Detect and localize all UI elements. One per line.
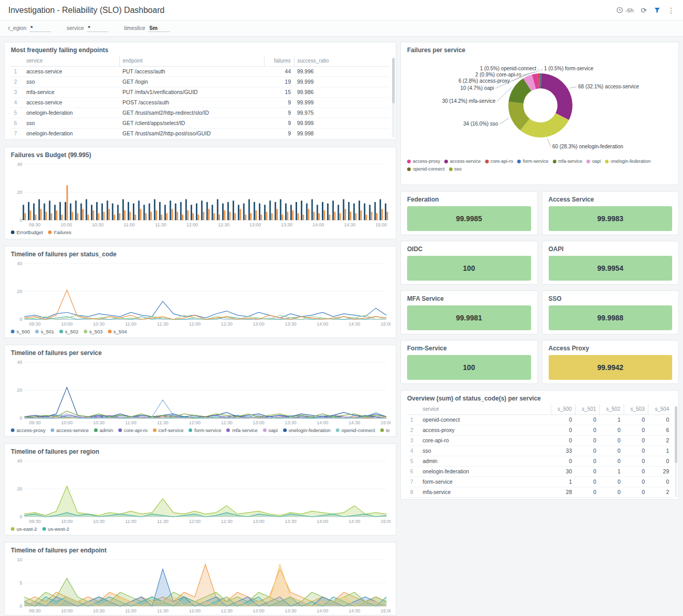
cell: 99.986 — [294, 87, 390, 97]
filter-service-input[interactable]: * — [87, 25, 108, 32]
table-row[interactable]: 3mfa-servicePUT /mfa/v1/verifications/GU… — [11, 87, 390, 97]
svg-text:14:00: 14:00 — [313, 222, 324, 227]
legend-item-form-service[interactable]: form-service — [189, 427, 221, 433]
legend-item-us-east-2[interactable]: us-east-2 — [11, 526, 37, 532]
table-row[interactable]: 4access-servicePOST /access/auth999.999 — [11, 97, 390, 107]
scrollbar[interactable] — [675, 406, 677, 497]
series-line-us-east-2 — [24, 486, 386, 516]
table-row[interactable]: 7form-service10000 — [407, 476, 672, 487]
legend-item-access-proxy[interactable]: access-proxy — [11, 427, 45, 433]
scrollbar-thumb[interactable] — [392, 58, 395, 103]
page-title: Investigation - Reliability (SLO) Dashbo… — [8, 6, 164, 15]
legend-item-openid-connect[interactable]: openid-connect — [407, 166, 445, 172]
legend-item-Failures[interactable]: Failures — [48, 229, 71, 235]
table-row[interactable]: 8mfa-service280002 — [407, 487, 672, 497]
legend-item-admin[interactable]: admin — [94, 427, 113, 433]
legend-item-us-west-2[interactable]: us-west-2 — [42, 526, 69, 532]
legend-item-access-service[interactable]: access-service — [444, 159, 481, 164]
table-row[interactable]: 4sso330001 — [407, 445, 672, 456]
svg-text:09:30: 09:30 — [29, 321, 41, 327]
scrollbar-thumb[interactable] — [675, 406, 677, 463]
refresh-button[interactable]: ⟳ — [641, 7, 647, 14]
legend-item-oapi[interactable]: oapi — [586, 159, 601, 164]
legend-item-openid-connect[interactable]: openid-connect — [336, 427, 375, 433]
filter-button[interactable] — [654, 7, 660, 13]
cell: 9 — [264, 97, 294, 107]
bar-Failures — [40, 209, 42, 220]
column-header-service[interactable]: service — [23, 56, 119, 66]
row-index: 1 — [407, 414, 420, 425]
legend-item-oapi[interactable]: oapi — [263, 427, 278, 433]
column-header-s_500[interactable]: s_500 — [551, 404, 575, 414]
legend-item-s_504[interactable]: s_504 — [108, 329, 127, 334]
scrollbar[interactable] — [392, 58, 395, 137]
service-line-chart[interactable]: 0204009:3010:0010:3011:0011:3012:0012:30… — [11, 359, 391, 426]
legend-item-mfa-service[interactable]: mfa-service — [553, 159, 583, 164]
bar-ErrorBudget — [23, 205, 24, 220]
filter-region-input[interactable]: * — [29, 25, 51, 32]
stat-value: 99.9988 — [549, 305, 673, 330]
legend-item-s_501[interactable]: s_501 — [35, 329, 54, 334]
column-header-service[interactable]: service — [420, 404, 551, 414]
legend-swatch — [84, 330, 87, 333]
table-row[interactable]: 1access-servicePUT /access/auth4499.996 — [11, 66, 390, 76]
legend-item-mfa-service[interactable]: mfa-service — [226, 427, 257, 433]
legend-item-sso[interactable]: sso — [449, 166, 462, 172]
legend-item-core-api-ro[interactable]: core-api-ro — [118, 427, 148, 433]
legend-item-s_500[interactable]: s_500 — [11, 329, 30, 334]
legend-item-ErrorBudget[interactable]: ErrorBudget — [11, 229, 43, 235]
panel-title: Timeline of failures per status_code — [11, 251, 390, 258]
kebab-menu-button[interactable]: ⋮ — [668, 7, 675, 14]
legend-item-access-service[interactable]: access-service — [51, 427, 89, 433]
cell: PUT /access/auth — [119, 66, 264, 76]
legend-item-access-proxy[interactable]: access-proxy — [407, 159, 440, 164]
legend-label: s_501 — [41, 329, 54, 334]
table-row[interactable]: 5onelogin-federationGET /trust/saml2/htt… — [11, 107, 390, 118]
panel-failures-per-region: Timeline of failures per region 0204009:… — [4, 443, 396, 535]
legend-label: access-proxy — [413, 159, 440, 164]
slo-stat-mfa-service: MFA Service99.9981 — [400, 290, 538, 334]
bar-ErrorBudget — [38, 199, 40, 221]
failures-vs-budget-bar-chart[interactable]: 0204009:3010:0010:3011:0011:3012:0012:30… — [11, 161, 391, 228]
cell: 0 — [624, 435, 648, 445]
legend-item-s_503[interactable]: s_503 — [84, 329, 103, 334]
legend-item-core-api-ro[interactable]: core-api-ro — [485, 159, 514, 164]
stat-title: Federation — [407, 196, 531, 203]
legend-item-form-service[interactable]: form-service — [517, 159, 549, 164]
table-row[interactable]: 3core-api-ro00002 — [407, 435, 672, 445]
table-row[interactable]: 7onelogin-federationGET /trust/saml2/htt… — [11, 128, 390, 138]
filter-timeslice-input[interactable]: 5m — [148, 25, 170, 32]
table-row[interactable]: 2access-proxy00006 — [407, 425, 672, 435]
region-area-chart[interactable]: 0204009:3010:0010:3011:0011:3012:0012:30… — [11, 457, 391, 525]
svg-text:10:30: 10:30 — [93, 519, 105, 524]
column-header-s_501[interactable]: s_501 — [575, 404, 599, 414]
cell: 0 — [624, 456, 648, 466]
legend-item-s_502[interactable]: s_502 — [59, 329, 79, 334]
panel-title: Timeline of failures per endpoint — [11, 547, 390, 554]
column-header-s_503[interactable]: s_503 — [624, 404, 648, 414]
cell: 0 — [575, 425, 599, 435]
column-header-success_ratio[interactable]: success_ratio — [294, 56, 390, 66]
legend-item-onelogin-federation[interactable]: onelogin-federation — [605, 159, 650, 164]
column-header-failures[interactable]: failures — [264, 56, 294, 66]
status-code-line-chart[interactable]: 0204009:3010:0010:3011:0011:3012:0012:30… — [11, 260, 391, 327]
svg-text:09:30: 09:30 — [29, 608, 41, 613]
legend-item-onelogin-federation[interactable]: onelogin-federation — [283, 427, 331, 433]
failures-per-service-donut-chart[interactable]: 1 (0.5%) form-service68 (32.1%) access-s… — [407, 56, 673, 157]
column-header-endpoint[interactable]: endpoint — [119, 56, 264, 66]
endpoint-area-chart[interactable]: 051009:3010:0010:3011:0011:3012:0012:301… — [11, 556, 391, 614]
table-row[interactable]: 6ssoGET /client/apps/select/ID999.999 — [11, 118, 390, 128]
bar-Failures — [203, 212, 205, 220]
svg-text:14:00: 14:00 — [317, 519, 329, 524]
table-row[interactable]: 6onelogin-federation3001029 — [407, 466, 672, 476]
table-row[interactable]: 1openid-connect00100 — [407, 414, 672, 425]
column-header-s_502[interactable]: s_502 — [599, 404, 624, 414]
table-row[interactable]: 5admin00000 — [407, 456, 672, 466]
legend-swatch — [153, 428, 157, 432]
table-row[interactable]: 2ssoGET /login1999.999 — [11, 76, 390, 87]
donut-slice-access-service[interactable] — [541, 73, 572, 120]
column-header-s_504[interactable]: s_504 — [648, 404, 672, 414]
legend-item-csrf-service[interactable]: csrf-service — [153, 427, 184, 433]
time-range-control[interactable]: -6h — [616, 7, 633, 13]
legend-item-sso[interactable]: sso — [380, 427, 390, 433]
